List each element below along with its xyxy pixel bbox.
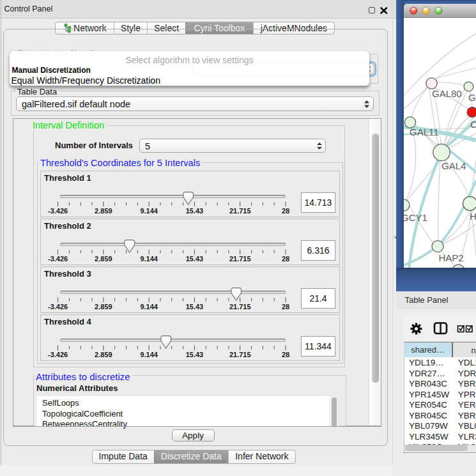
svg-text:GAL11: GAL11 <box>410 127 439 137</box>
svg-text:C: C <box>470 119 476 130</box>
svg-text:HI: HI <box>470 210 476 221</box>
svg-text:GAL4: GAL4 <box>441 160 466 171</box>
svg-text:GCY1: GCY1 <box>404 211 427 222</box>
svg-text:HAP2: HAP2 <box>439 252 464 263</box>
svg-text:GAL80: GAL80 <box>432 88 462 99</box>
svg-text:GA: GA <box>468 92 476 103</box>
